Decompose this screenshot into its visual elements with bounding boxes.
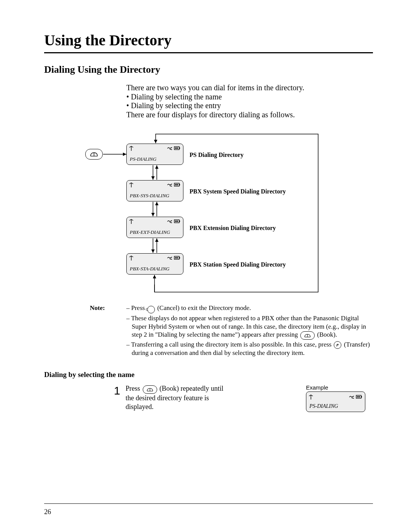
svg-rect-15 <box>179 184 180 185</box>
ringer-icon <box>167 146 172 151</box>
step-1-pre: Press <box>126 385 142 392</box>
svg-rect-12 <box>176 147 177 149</box>
intro-line-1: There are two ways you can dial for item… <box>126 83 369 93</box>
intro-bullet-1-text: Dialing by selecting the name <box>131 93 222 101</box>
page-number: 26 <box>44 508 51 516</box>
example-label: Example <box>306 384 365 391</box>
display-caption: PBX Station Speed Dialing Directory <box>190 261 286 268</box>
signal-icon <box>129 256 134 261</box>
note-block: Note: – Press C (Cancel) to exit the Dir… <box>44 304 373 358</box>
ringer-icon <box>167 256 172 260</box>
svg-rect-10 <box>179 147 180 149</box>
svg-rect-13 <box>177 147 178 149</box>
signal-icon <box>129 219 134 224</box>
display-pbx-sys-dialing: PBX-SYS-DIALING <box>126 180 183 201</box>
intro-bullet-1: • Dialing by selecting the name <box>126 93 373 101</box>
intro-bullet-2: • Dialing by selecting the entry <box>126 101 373 110</box>
battery-icon <box>174 183 181 187</box>
display-pbx-ext-dialing: PBX-EXT-DIALING <box>126 217 183 238</box>
ringer-icon <box>167 219 172 224</box>
note-3-pre: – Transferring a call using the director… <box>126 341 333 348</box>
note-item-1: – Press C (Cancel) to exit the Directory… <box>126 304 373 313</box>
transfer-button-icon <box>334 341 341 349</box>
step-1: 1 Press (Book) repeatedly until the desi… <box>109 384 373 412</box>
book-button-icon <box>300 331 315 340</box>
svg-rect-16 <box>175 184 176 185</box>
battery-icon <box>174 146 181 150</box>
svg-rect-28 <box>177 257 178 259</box>
svg-rect-27 <box>176 257 177 259</box>
ringer-icon <box>349 395 354 399</box>
display-label: PS-DIALING <box>130 156 156 162</box>
section-title: Dialing Using the Directory <box>44 64 373 75</box>
subsection-title: Dialing by selecting the name <box>44 371 373 379</box>
display-caption: PBX System Speed Dialing Directory <box>190 188 286 195</box>
svg-rect-32 <box>361 396 362 398</box>
title-rule <box>44 52 373 53</box>
svg-rect-18 <box>177 184 178 185</box>
step-text: Press (Book) repeatedly until the desire… <box>126 384 228 411</box>
display-label: PBX-SYS-DIALING <box>130 193 169 199</box>
note-1-pre: – Press <box>126 304 147 312</box>
book-button-icon <box>85 149 103 160</box>
intro-bullet-2-text: Dialing by selecting the entry <box>131 101 221 110</box>
intro-line-2: There are four displays for directory di… <box>126 110 369 120</box>
svg-rect-34 <box>358 396 359 398</box>
svg-rect-26 <box>175 257 176 259</box>
svg-rect-20 <box>179 220 180 222</box>
svg-rect-33 <box>357 396 358 398</box>
display-caption: PS Dialing Directory <box>190 152 244 158</box>
svg-rect-35 <box>359 396 360 398</box>
example-display: PS-DIALING <box>306 391 365 412</box>
battery-icon <box>174 219 181 223</box>
book-button-icon <box>143 385 157 394</box>
display-label: PBX-EXT-DIALING <box>130 229 170 235</box>
footer-rule <box>44 503 373 504</box>
signal-icon <box>309 395 313 400</box>
display-label: PBX-STA-DIALING <box>130 266 169 272</box>
note-item-2: – These displays do not appear when regi… <box>126 314 373 340</box>
ringer-icon <box>167 183 172 187</box>
svg-rect-21 <box>175 220 176 222</box>
display-ps-dialing: PS-DIALING <box>126 144 183 165</box>
note-item-3: – Transferring a call using the director… <box>126 340 373 357</box>
note-1-post: (Cancel) to exit the Directory mode. <box>157 304 251 312</box>
signal-icon <box>129 146 134 151</box>
note-2-post: (Book). <box>317 331 337 338</box>
example-display-label: PS-DIALING <box>309 403 338 409</box>
signal-icon <box>129 182 134 188</box>
battery-icon <box>356 395 363 399</box>
note-heading: Note: <box>44 304 126 358</box>
svg-rect-11 <box>175 147 176 149</box>
svg-rect-23 <box>177 220 178 222</box>
example-wrap: Example PS-DIALING <box>306 384 365 412</box>
svg-rect-22 <box>176 220 177 222</box>
battery-icon <box>174 256 181 260</box>
step-number: 1 <box>109 384 120 397</box>
cancel-button-icon: C <box>147 306 155 313</box>
svg-rect-25 <box>179 257 180 259</box>
display-caption: PBX Extension Dialing Directory <box>190 225 276 232</box>
directory-flow-diagram: PS-DIALING PS Dialing Directory PBX-SYS-… <box>44 130 373 294</box>
display-pbx-sta-dialing: PBX-STA-DIALING <box>126 253 183 275</box>
page-title: Using the Directory <box>44 31 373 49</box>
svg-rect-17 <box>176 184 177 185</box>
